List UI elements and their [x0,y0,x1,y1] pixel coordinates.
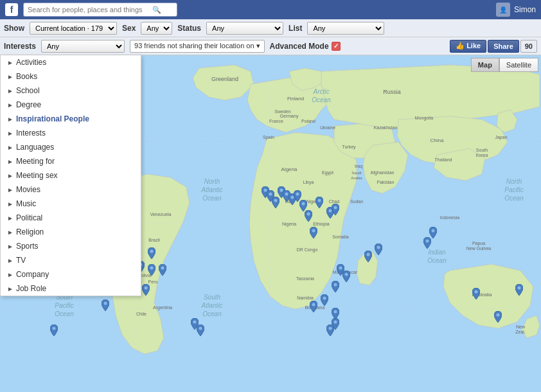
facebook-top-bar: f 🔍 👤 Simon [0,0,541,19]
svg-text:Indonesia: Indonesia [440,215,459,220]
dropdown-item[interactable]: ►TV [1,253,141,267]
svg-text:Poland: Poland [301,119,315,123]
like-button[interactable]: 👍 Like [450,40,486,53]
svg-text:Madagascar: Madagascar [333,270,358,275]
status-select[interactable]: Any [206,22,283,35]
map-type-buttons: Map Satellite [471,58,538,72]
main-content: ►Activities►Books►School►Degree►Inspirat… [0,55,541,392]
svg-text:Sweden: Sweden [274,109,290,114]
svg-text:Zeal.: Zeal. [515,330,526,334]
svg-text:Nigeria: Nigeria [282,222,296,227]
interests-bar: Interests Any 93 friends not sharing the… [0,37,541,55]
svg-text:Namibia: Namibia [297,296,314,300]
svg-text:DR Congo: DR Congo [297,247,318,253]
dropdown-item[interactable]: ►Degree [1,98,141,112]
svg-text:Australia: Australia [472,292,492,298]
svg-text:Brazil: Brazil [148,238,160,242]
svg-text:Ocean: Ocean [202,310,222,317]
facebook-logo: f [5,3,18,16]
svg-text:Peru: Peru [148,280,158,284]
svg-text:Iraq: Iraq [355,164,362,169]
svg-text:Pakistan: Pakistan [377,180,395,184]
svg-text:Finland: Finland [287,96,304,102]
dropdown-arrow: ► [7,73,13,80]
svg-text:Japan: Japan [495,135,507,140]
show-select[interactable]: Current location · 179 [30,22,117,35]
count-badge: 90 [520,40,537,53]
dropdown-item[interactable]: ►Meeting sex [1,168,141,183]
controls-bar: Show Current location · 179 Sex Any Stat… [0,19,541,37]
dropdown-item[interactable]: ►Activities [1,55,141,69]
map-button[interactable]: Map [471,58,499,72]
dropdown-arrow: ► [7,87,13,94]
advanced-mode-checkbox[interactable]: ✓ [332,42,341,51]
svg-text:Russia: Russia [383,89,401,95]
search-bar[interactable]: 🔍 [23,3,177,17]
svg-text:Egypt: Egypt [322,170,333,175]
dropdown-arrow: ► [7,186,13,193]
svg-text:Atlantic: Atlantic [201,186,223,193]
dropdown-item[interactable]: ►Books [1,69,141,84]
dropdown-item[interactable]: ►Interests [1,126,141,140]
svg-text:Atlantic: Atlantic [201,302,223,309]
svg-text:Mali: Mali [285,199,294,204]
user-name: Simon [514,5,536,14]
dropdown-item[interactable]: ►Meeting for [1,154,141,168]
svg-text:Tanzania: Tanzania [296,276,314,281]
user-info: 👤 Simon [496,3,536,17]
satellite-button[interactable]: Satellite [499,58,538,72]
svg-text:Kazakhstan: Kazakhstan [374,125,398,130]
dropdown-item[interactable]: ►Political [1,211,141,225]
dropdown-item[interactable]: ►Movies [1,183,141,197]
interests-select[interactable]: Any [41,40,125,53]
svg-text:Somalia: Somalia [332,235,348,239]
dropdown-item[interactable]: ►School [1,84,141,98]
svg-text:Arabia: Arabia [351,176,362,180]
advanced-mode-label: Advanced Mode [270,42,329,51]
svg-text:Spain: Spain [263,135,274,140]
svg-text:Thailand: Thailand [435,157,452,162]
svg-text:Ocean: Ocean [55,310,74,317]
svg-text:Pacific: Pacific [504,186,523,193]
svg-text:Arctic: Arctic [313,88,330,95]
avatar: 👤 [496,3,510,17]
sex-select[interactable]: Any [141,22,172,35]
svg-text:North: North [506,178,522,185]
right-buttons: 👍 Like Share 90 [450,40,537,53]
dropdown-item[interactable]: ►Religion [1,225,141,239]
svg-text:Ocean: Ocean [202,195,222,202]
svg-text:Argentina: Argentina [153,305,172,310]
svg-text:South: South [204,294,221,301]
svg-text:Ocean: Ocean [427,257,447,264]
dropdown-arrow: ► [7,243,13,250]
dropdown-item[interactable]: ►Company [1,267,141,281]
svg-text:Pacific: Pacific [55,302,73,309]
dropdown-arrow: ► [7,285,13,292]
svg-text:Venezuela: Venezuela [150,212,172,217]
dropdown-item[interactable]: ►Sports [1,239,141,253]
friends-not-sharing-button[interactable]: 93 friends not sharing their location on… [130,40,265,53]
svg-text:New Guinea: New Guinea [466,246,492,251]
share-button[interactable]: Share [488,40,519,53]
dropdown-arrow: ► [7,172,13,179]
dropdown-arrow: ► [7,116,13,123]
svg-text:Papua: Papua [472,241,485,246]
dropdown-arrow: ► [7,102,13,109]
dropdown-arrow: ► [7,229,13,236]
list-select[interactable]: Any [307,22,384,35]
dropdown-arrow: ► [7,215,13,222]
dropdown-arrow: ► [7,59,13,66]
dropdown-item[interactable]: ►Job Role [1,281,141,296]
svg-text:Libya: Libya [303,180,314,185]
dropdown-arrow: ► [7,130,13,137]
search-input[interactable] [28,6,150,13]
svg-text:Ethiopia: Ethiopia [313,222,329,227]
dropdown-item[interactable]: ►Music [1,197,141,211]
dropdown-item[interactable]: ►Inspirational People [1,112,141,126]
interests-dropdown: ►Activities►Books►School►Degree►Inspirat… [0,55,141,296]
dropdown-item[interactable]: ►Languages [1,140,141,154]
svg-text:Ocean: Ocean [312,96,331,103]
dropdown-arrow: ► [7,158,13,165]
svg-text:Afghanistan: Afghanistan [371,170,395,175]
svg-text:Turkey: Turkey [342,145,356,150]
